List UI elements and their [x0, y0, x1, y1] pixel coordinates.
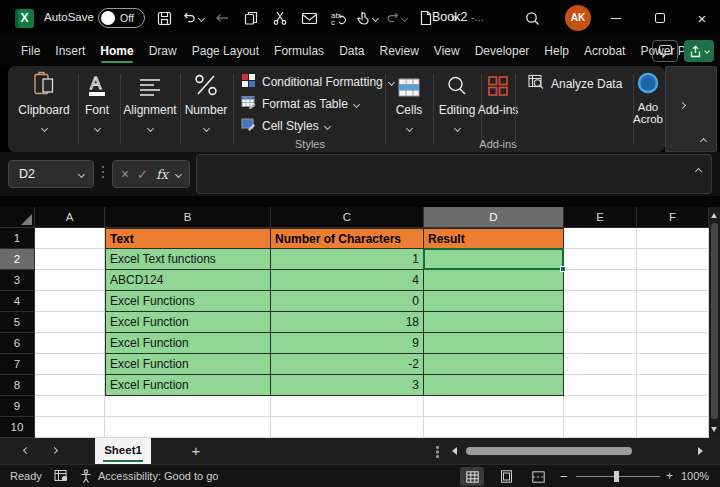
cell-F9[interactable] [637, 396, 709, 417]
vertical-scrollbar-thumb[interactable] [711, 223, 718, 419]
user-avatar[interactable]: AK [565, 5, 591, 31]
cell-styles-button[interactable]: Cell Styles [241, 116, 330, 136]
styles-group-label[interactable]: Styles [270, 138, 350, 150]
cut-icon[interactable] [269, 6, 291, 30]
cell-D6[interactable] [424, 333, 564, 354]
cell-C3[interactable]: 4 [271, 270, 424, 291]
cell-A5[interactable] [35, 312, 105, 333]
cell-F2[interactable] [637, 249, 709, 270]
zoom-in-button[interactable]: + [666, 469, 673, 483]
page-break-view-button[interactable] [526, 467, 550, 486]
cell-B1[interactable]: Text [105, 228, 271, 249]
cell-D10[interactable] [424, 417, 564, 438]
cell-F7[interactable] [637, 354, 709, 375]
cell-B10[interactable] [105, 417, 271, 438]
row-header-8[interactable]: 8 [0, 375, 35, 396]
row-header-4[interactable]: 4 [0, 291, 35, 312]
scroll-up-icon[interactable] [711, 213, 717, 218]
select-all-button[interactable] [0, 207, 35, 228]
ribbon-tab-formulas[interactable]: Formulas [271, 36, 327, 66]
enter-icon[interactable]: ✓ [137, 167, 148, 182]
sheet-tab-sheet1[interactable]: Sheet1 [95, 438, 151, 464]
ribbon-tab-page-layout[interactable]: Page Layout [189, 36, 262, 66]
name-box[interactable]: D2 [8, 160, 94, 188]
sheetbar-grip[interactable] [436, 446, 439, 449]
ribbon-tab-draw[interactable]: Draw [146, 36, 180, 66]
cell-B6[interactable]: Excel Function [105, 333, 271, 354]
cell-B4[interactable]: Excel Functions [105, 291, 271, 312]
number-group-button[interactable]: Number [177, 69, 235, 135]
ribbon-tab-insert[interactable]: Insert [52, 36, 88, 66]
cell-A1[interactable] [35, 228, 105, 249]
row-header-3[interactable]: 3 [0, 270, 35, 291]
cell-B5[interactable]: Excel Function [105, 312, 271, 333]
row-header-9[interactable]: 9 [0, 396, 35, 417]
page-layout-view-button[interactable] [494, 467, 518, 486]
ribbon-next-chevron[interactable] [679, 102, 686, 109]
cell-C6[interactable]: 9 [271, 333, 424, 354]
hscroll-right-icon[interactable] [698, 447, 703, 455]
cell-C5[interactable]: 18 [271, 312, 424, 333]
row-header-1[interactable]: 1 [0, 228, 35, 249]
font-group-button[interactable]: A Font [68, 69, 126, 135]
macro-record-icon[interactable] [54, 469, 69, 485]
cell-E1[interactable] [564, 228, 637, 249]
cell-F4[interactable] [637, 291, 709, 312]
ribbon-tab-home[interactable]: Home [97, 36, 136, 66]
comments-button[interactable] [652, 40, 678, 62]
fill-handle[interactable] [560, 266, 566, 272]
cell-A6[interactable] [35, 333, 105, 354]
conditional-formatting-button[interactable]: Conditional Formatting [241, 72, 394, 92]
cell-F5[interactable] [637, 312, 709, 333]
zoom-out-button[interactable]: − [560, 469, 568, 484]
cell-E6[interactable] [564, 333, 637, 354]
save-icon[interactable] [153, 6, 175, 30]
normal-view-button[interactable] [460, 467, 484, 486]
cell-C9[interactable] [271, 396, 424, 417]
scroll-down-icon[interactable] [711, 427, 717, 432]
vertical-scrollbar[interactable] [709, 207, 720, 438]
cell-A9[interactable] [35, 396, 105, 417]
cell-F1[interactable] [637, 228, 709, 249]
cell-D2[interactable] [424, 249, 564, 270]
column-header-C[interactable]: C [271, 207, 424, 228]
cell-D1[interactable]: Result [424, 228, 564, 249]
row-header-10[interactable]: 10 [0, 417, 35, 438]
formula-input[interactable] [196, 154, 712, 194]
cell-E4[interactable] [564, 291, 637, 312]
row-header-5[interactable]: 5 [0, 312, 35, 333]
column-header-D[interactable]: D [424, 207, 564, 228]
insert-function-icon[interactable]: fx [156, 167, 168, 182]
ribbon-tab-view[interactable]: View [431, 36, 463, 66]
collapse-ribbon-chevron[interactable] [700, 138, 707, 145]
clipboard-group-button[interactable]: Clipboard [15, 69, 73, 135]
row-header-7[interactable]: 7 [0, 354, 35, 375]
formula-bar-collapse-chevron[interactable] [695, 168, 702, 175]
excel-logo-icon[interactable]: X [15, 9, 34, 28]
workbook-title[interactable]: Book2 -... [432, 10, 484, 24]
cell-F8[interactable] [637, 375, 709, 396]
email-icon[interactable] [298, 6, 320, 30]
column-header-E[interactable]: E [564, 207, 637, 228]
alignment-group-button[interactable]: Alignment [121, 69, 179, 135]
cell-A2[interactable] [35, 249, 105, 270]
search-icon[interactable] [520, 7, 544, 29]
cell-F10[interactable] [637, 417, 709, 438]
add-sheet-button[interactable]: + [186, 440, 206, 462]
cell-A8[interactable] [35, 375, 105, 396]
zoom-level[interactable]: 100% [681, 470, 709, 482]
share-button[interactable] [684, 40, 714, 62]
column-header-A[interactable]: A [35, 207, 105, 228]
horizontal-scrollbar-thumb[interactable] [466, 447, 632, 455]
prev-sheet-chevron[interactable] [23, 447, 30, 454]
add-ins-button[interactable]: Add-ins [469, 69, 527, 117]
cell-B3[interactable]: ABCD124 [105, 270, 271, 291]
cell-B2[interactable]: Excel Text functions [105, 249, 271, 270]
horizontal-scrollbar[interactable] [462, 447, 692, 455]
cell-E2[interactable] [564, 249, 637, 270]
cell-E7[interactable] [564, 354, 637, 375]
zoom-slider-thumb[interactable] [614, 471, 619, 482]
cell-A10[interactable] [35, 417, 105, 438]
cell-A7[interactable] [35, 354, 105, 375]
cancel-icon[interactable]: × [121, 166, 129, 182]
